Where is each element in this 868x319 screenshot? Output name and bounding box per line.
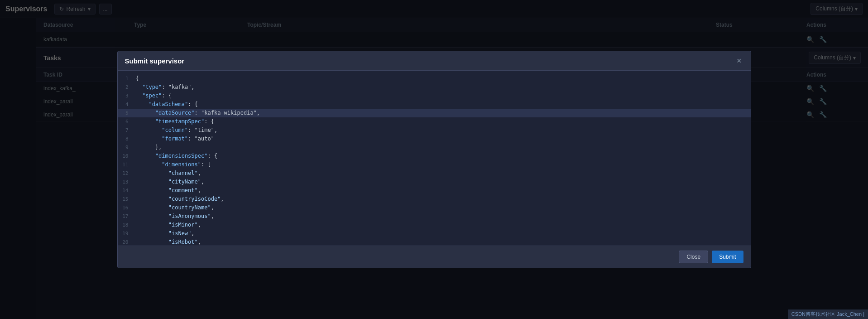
line-content: "comment", — [136, 186, 751, 194]
code-line: 13 "cityName", — [118, 178, 751, 186]
line-number: 11 — [118, 161, 136, 169]
line-content: "timestampSpec": { — [136, 117, 751, 126]
line-number: 17 — [118, 213, 136, 221]
line-number: 2 — [118, 83, 136, 92]
line-content: "cityName", — [136, 178, 751, 186]
line-content: "type": "kafka", — [136, 83, 751, 91]
modal-close-button[interactable]: × — [735, 57, 743, 65]
line-content: "isMinor", — [136, 221, 751, 229]
modal-title: Submit supervisor — [125, 57, 185, 65]
line-content: "countryIsoCode", — [136, 195, 751, 203]
line-number: 5 — [118, 109, 136, 117]
code-line: 4 "dataSchema": { — [118, 100, 751, 109]
code-line: 11 "dimensions": [ — [118, 160, 751, 169]
line-number: 14 — [118, 187, 136, 195]
line-content: "dimensionsSpec": { — [136, 152, 751, 160]
code-editor[interactable]: 1{2 "type": "kafka",3 "spec": {4 "dataSc… — [118, 71, 751, 246]
line-content: "countryName", — [136, 203, 751, 212]
line-number: 20 — [118, 238, 136, 246]
code-line: 12 "channel", — [118, 169, 751, 178]
submit-button[interactable]: Submit — [712, 251, 743, 263]
code-line: 18 "isMinor", — [118, 221, 751, 229]
code-line: 5 "dataSource": "kafka-wikipedia", — [118, 109, 751, 117]
line-number: 9 — [118, 144, 136, 152]
submit-supervisor-modal: Submit supervisor × 1{2 "type": "kafka",… — [117, 51, 751, 268]
modal-header: Submit supervisor × — [118, 51, 751, 71]
line-number: 1 — [118, 75, 136, 83]
line-content: "spec": { — [136, 92, 751, 100]
line-content: "channel", — [136, 169, 751, 177]
code-line: 1{ — [118, 74, 751, 83]
line-content: { — [136, 74, 751, 82]
line-number: 18 — [118, 221, 136, 229]
watermark: CSDN博客技术社区 Jack_Chen | — [788, 309, 868, 319]
line-number: 10 — [118, 152, 136, 160]
modal-overlay[interactable]: Submit supervisor × 1{2 "type": "kafka",… — [0, 0, 868, 319]
code-line: 2 "type": "kafka", — [118, 83, 751, 92]
code-line: 15 "countryIsoCode", — [118, 195, 751, 203]
line-content: "isAnonymous", — [136, 212, 751, 220]
line-number: 8 — [118, 135, 136, 143]
line-number: 12 — [118, 169, 136, 178]
code-line: 7 "column": "time", — [118, 126, 751, 135]
line-content: }, — [136, 143, 751, 151]
line-content: "column": "time", — [136, 126, 751, 134]
line-number: 13 — [118, 178, 136, 186]
line-number: 6 — [118, 118, 136, 126]
line-content: "isRobot", — [136, 238, 751, 246]
line-content: "dataSource": "kafka-wikipedia", — [136, 109, 751, 117]
line-number: 4 — [118, 101, 136, 109]
code-line: 19 "isNew", — [118, 229, 751, 238]
code-line: 10 "dimensionsSpec": { — [118, 152, 751, 160]
modal-footer: Close Submit — [118, 246, 751, 268]
line-content: "dimensions": [ — [136, 160, 751, 169]
code-line: 3 "spec": { — [118, 92, 751, 100]
code-line: 9 }, — [118, 143, 751, 152]
code-line: 20 "isRobot", — [118, 238, 751, 246]
code-line: 14 "comment", — [118, 186, 751, 195]
code-line: 8 "format": "auto" — [118, 135, 751, 143]
line-content: "format": "auto" — [136, 135, 751, 143]
line-content: "dataSchema": { — [136, 100, 751, 108]
line-content: "isNew", — [136, 229, 751, 237]
line-number: 7 — [118, 126, 136, 135]
code-line: 16 "countryName", — [118, 203, 751, 212]
line-number: 15 — [118, 195, 136, 203]
code-line: 6 "timestampSpec": { — [118, 117, 751, 126]
line-number: 16 — [118, 204, 136, 212]
modal-body: 1{2 "type": "kafka",3 "spec": {4 "dataSc… — [118, 71, 751, 246]
line-number: 3 — [118, 92, 136, 100]
code-line: 17 "isAnonymous", — [118, 212, 751, 221]
line-number: 19 — [118, 230, 136, 238]
close-modal-button[interactable]: Close — [679, 251, 708, 263]
